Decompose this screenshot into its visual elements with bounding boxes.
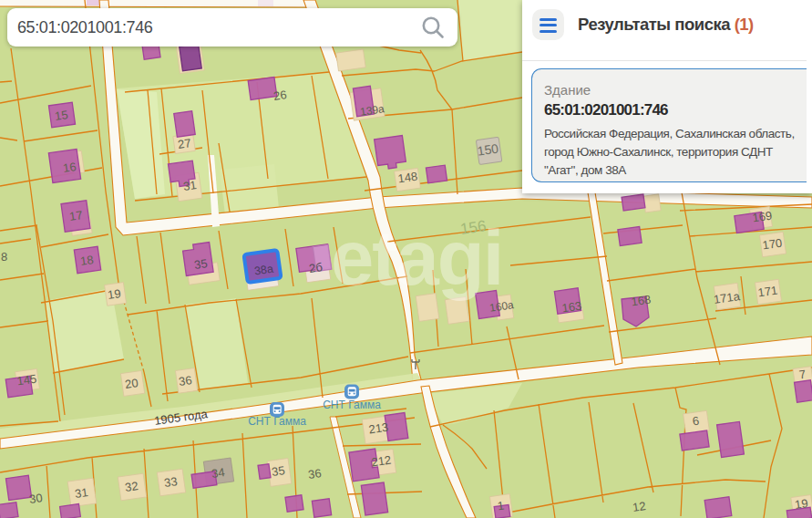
svg-text:36: 36 — [178, 373, 192, 388]
svg-text:18: 18 — [79, 253, 94, 268]
svg-text:19: 19 — [794, 496, 808, 512]
svg-text:19: 19 — [107, 286, 121, 302]
svg-text:169: 169 — [752, 209, 774, 225]
svg-text:38а: 38а — [253, 263, 274, 278]
svg-text:33: 33 — [163, 474, 178, 490]
svg-text:20: 20 — [124, 376, 139, 391]
svg-text:26: 26 — [272, 88, 287, 103]
svg-text:27: 27 — [177, 136, 191, 151]
svg-text:145: 145 — [16, 372, 38, 388]
svg-text:32: 32 — [124, 479, 139, 494]
svg-text:30: 30 — [28, 491, 43, 506]
svg-text:35: 35 — [193, 256, 208, 272]
svg-text:150: 150 — [477, 140, 500, 158]
svg-text:34: 34 — [211, 465, 225, 481]
svg-text:35: 35 — [271, 463, 285, 479]
svg-text:17: 17 — [68, 208, 83, 223]
svg-text:16: 16 — [62, 160, 77, 175]
svg-text:156: 156 — [459, 217, 488, 238]
svg-text:СНТ Гамма: СНТ Гамма — [248, 415, 306, 428]
svg-text:148: 148 — [397, 170, 419, 186]
svg-text:212: 212 — [371, 453, 393, 470]
svg-text:163: 163 — [561, 299, 583, 316]
svg-text:171: 171 — [757, 284, 779, 300]
svg-text:8: 8 — [1, 250, 7, 264]
svg-text:СНТ Гамма: СНТ Гамма — [323, 399, 381, 411]
svg-text:168: 168 — [631, 293, 653, 309]
svg-text:31: 31 — [74, 485, 88, 501]
svg-text:170: 170 — [762, 236, 784, 253]
svg-text:2б: 2б — [308, 260, 324, 275]
svg-text:213: 213 — [368, 420, 390, 437]
svg-text:36: 36 — [307, 466, 322, 482]
svg-text:15: 15 — [54, 108, 68, 123]
svg-text:12: 12 — [632, 499, 646, 514]
svg-text:31: 31 — [182, 178, 197, 193]
